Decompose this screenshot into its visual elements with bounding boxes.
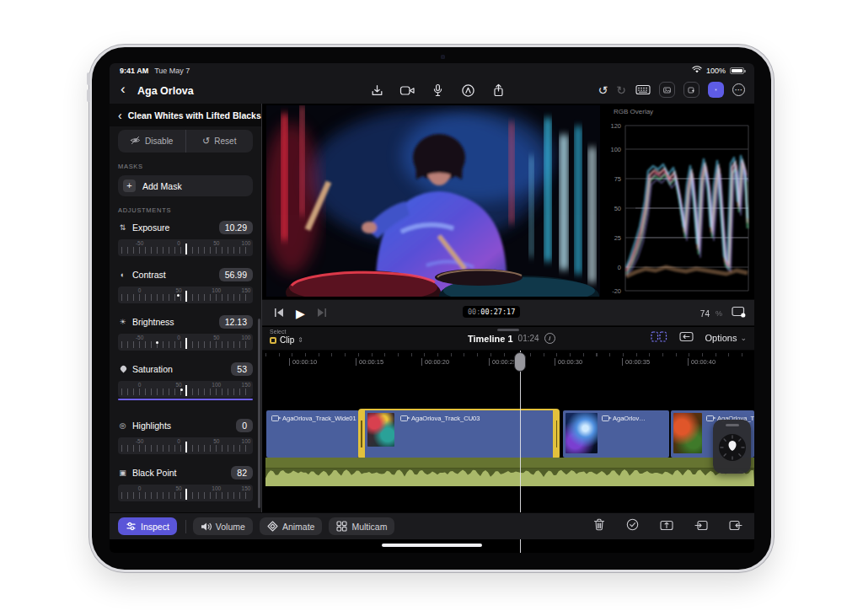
playhead-handle[interactable] — [514, 352, 526, 372]
clip-tool-icon — [270, 337, 276, 344]
volume-down-button[interactable] — [87, 89, 90, 102]
ruler-label: 00:00:35 — [622, 358, 650, 366]
masks-section-header: MASKS — [118, 163, 253, 170]
reset-label: Reset — [214, 137, 236, 146]
approve-check-icon[interactable] — [626, 518, 639, 534]
tool-label: Clip — [280, 335, 294, 345]
brightness-icon: ☀ — [118, 318, 127, 326]
adjustment-label: Contrast — [132, 270, 166, 280]
ruler-label: 00:00:25 — [489, 358, 517, 366]
timeline-clip[interactable]: AgaOrlov… — [563, 410, 669, 458]
ruler-label: 00:00:15 — [356, 358, 383, 366]
color-inspector-icon[interactable] — [708, 82, 724, 98]
svg-text:50: 50 — [614, 205, 621, 212]
scope-title: RGB Overlay — [614, 108, 653, 115]
connect-clip-icon[interactable] — [729, 519, 742, 534]
media-browser-icon[interactable] — [659, 82, 675, 98]
contrast-icon: ◐ — [118, 271, 127, 279]
battery-percent: 100% — [706, 67, 726, 75]
import-icon[interactable] — [369, 83, 385, 99]
saturation-value-field[interactable]: 53 — [231, 362, 253, 376]
step-forward-icon — [316, 306, 327, 321]
black-point-slider[interactable]: 0 50 100 150 — [118, 485, 253, 501]
overwrite-mode-icon[interactable] — [679, 330, 694, 345]
info-icon[interactable]: i — [544, 333, 555, 344]
adjustment-saturation: Saturation 53 0 50 100 150 — [118, 362, 253, 398]
brightness-value-field[interactable]: 12.13 — [219, 315, 253, 329]
timeline-ruler[interactable]: 00:00:10 00:00:15 00:00:20 00:00:25 00:0… — [262, 351, 754, 374]
effects-icon[interactable] — [683, 82, 700, 98]
options-button[interactable]: Options ⌄ — [705, 333, 747, 343]
trim-handle-right[interactable] — [556, 420, 558, 447]
camera-badge-icon — [400, 415, 408, 421]
exposure-icon: ⇅ — [118, 223, 127, 232]
camera-icon[interactable] — [399, 83, 415, 99]
back-chevron-icon[interactable]: ‹ — [121, 81, 126, 98]
select-label: Select — [270, 329, 303, 335]
ruler-label: 00:00:20 — [421, 358, 449, 366]
trim-handle-left[interactable] — [361, 420, 362, 447]
tool-selector[interactable]: Clip ⇕ — [270, 335, 303, 345]
disable-button[interactable]: Disable — [118, 130, 185, 153]
reset-button[interactable]: ↺ Reset — [185, 130, 254, 153]
append-clip-icon[interactable] — [660, 519, 673, 534]
display-options-icon[interactable] — [732, 306, 746, 321]
play-button[interactable]: ▶ — [296, 307, 305, 320]
black-point-value-field[interactable]: 82 — [231, 466, 253, 479]
viewer-zoom-unit: % — [716, 309, 722, 318]
timeline-clip[interactable]: AgaOrlova_Track_Wide01 — [266, 410, 359, 458]
contrast-value-field[interactable]: 56.99 — [219, 268, 253, 281]
reset-icon: ↺ — [202, 136, 210, 147]
animate-button[interactable]: Animate — [260, 517, 323, 535]
volume-up-button[interactable] — [87, 72, 90, 85]
ruler-label: 00:00:40 — [688, 358, 716, 366]
timeline-clip-selected[interactable]: AgaOrlova_Track_CU03 — [358, 409, 560, 459]
disable-reset-segment: Disable ↺ Reset — [118, 130, 253, 153]
add-mask-button[interactable]: + Add Mask — [118, 175, 253, 196]
highlights-value-field[interactable]: 0 — [236, 419, 253, 432]
step-back-icon[interactable] — [274, 306, 285, 321]
panel-header[interactable]: ‹ Clean Whites with Lifted Blacks — [110, 104, 261, 126]
viewer-zoom-value[interactable]: 74 — [700, 309, 710, 319]
chevron-down-icon: ⌄ — [740, 334, 747, 342]
highlights-slider[interactable]: -50 0 50 100 — [118, 437, 253, 454]
microphone-icon[interactable] — [430, 83, 446, 99]
exposure-value-field[interactable]: 10.29 — [219, 221, 253, 234]
eye-off-icon — [130, 136, 141, 147]
timeline-name[interactable]: Timeline 1 — [468, 334, 513, 344]
waveform-traces — [626, 156, 748, 276]
exposure-slider[interactable]: -50 0 50 100 — [118, 239, 253, 256]
volume-button[interactable]: Volume — [193, 517, 253, 535]
share-icon[interactable] — [490, 83, 507, 99]
jog-grip-handle[interactable] — [726, 424, 739, 426]
saturation-slider[interactable]: 0 50 100 150 — [118, 381, 253, 398]
pencil-draw-icon[interactable] — [460, 83, 476, 99]
adjustment-label: Highlights — [132, 420, 171, 431]
audio-track[interactable] — [265, 458, 754, 486]
svg-text:100: 100 — [610, 146, 621, 153]
page: { "status_bar": { "time": "9:41 AM", "da… — [0, 0, 863, 616]
viewer-and-timeline: RGB Overlay 120 100 75 50 25 0 -20 — [262, 104, 754, 512]
more-options-icon[interactable]: ⋯ — [732, 83, 745, 96]
panel-drag-handle[interactable] — [497, 329, 519, 331]
panel-scrollbar[interactable] — [258, 319, 260, 508]
brightness-slider[interactable]: -50 0 50 100 — [118, 334, 253, 351]
insert-clip-icon[interactable] — [694, 519, 708, 534]
delete-icon[interactable] — [593, 518, 605, 534]
home-indicator[interactable] — [382, 544, 482, 547]
contrast-slider[interactable]: 0 50 100 150 — [118, 287, 253, 303]
video-preview[interactable] — [266, 105, 600, 297]
panel-back-chevron-icon[interactable]: ‹ — [118, 109, 122, 122]
highlights-icon: ◎ — [118, 421, 127, 430]
undo-icon[interactable]: ↺ — [598, 84, 608, 96]
title-bar: ‹ Aga Orlova — [110, 78, 754, 104]
connected-clips-icon[interactable] — [651, 330, 667, 345]
keyboard-icon[interactable] — [635, 82, 651, 98]
adjustment-brightness: ☀ Brightness 12.13 -50 0 50 100 — [118, 314, 253, 351]
jog-dial-icon[interactable] — [716, 431, 749, 464]
inspect-button[interactable]: Inspect — [118, 517, 177, 535]
clip-thumbnail — [367, 413, 394, 447]
multicam-button[interactable]: Multicam — [329, 517, 394, 535]
jog-wheel[interactable] — [713, 420, 751, 474]
timecode-display[interactable]: 00:00:27:17 — [463, 306, 520, 318]
